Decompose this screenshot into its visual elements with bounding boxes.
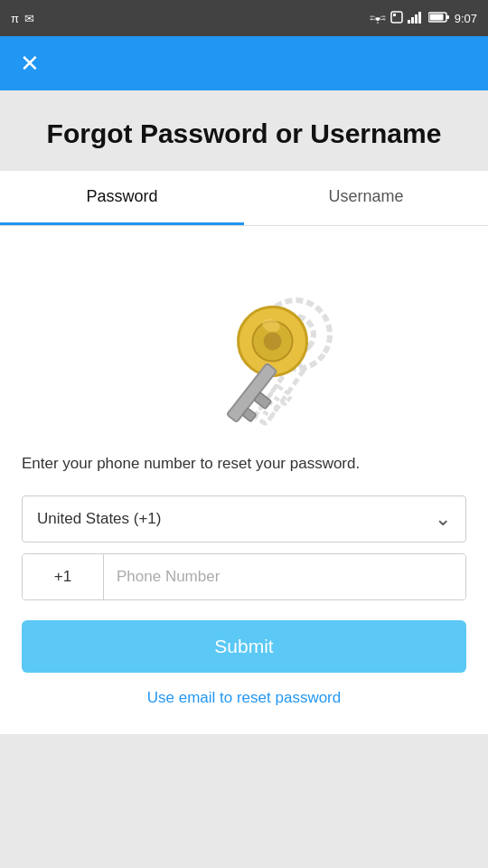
bottom-area: [0, 734, 488, 869]
submit-button[interactable]: Submit: [22, 620, 466, 673]
svg-rect-2: [408, 20, 410, 24]
sim-icon: [390, 11, 403, 26]
description-text: Enter your phone number to reset your pa…: [22, 452, 466, 476]
svg-rect-7: [446, 15, 449, 19]
country-code-display: +1: [23, 554, 104, 599]
svg-rect-8: [429, 14, 443, 20]
signal-bars: [408, 11, 424, 26]
status-bar: π ✉: [0, 0, 488, 36]
wifi-icon: [370, 11, 386, 26]
svg-rect-1: [393, 14, 396, 16]
main-content: Enter your phone number to reset your pa…: [0, 226, 488, 734]
page-title: Forgot Password or Username: [18, 116, 470, 151]
time: 9:07: [455, 12, 477, 25]
chevron-down-icon: ⌄: [435, 507, 451, 531]
svg-rect-4: [415, 14, 418, 24]
phone-input-row: +1: [22, 553, 466, 600]
mail-icon: ✉: [24, 12, 34, 25]
status-bar-left: π ✉: [11, 12, 34, 25]
phone-number-input[interactable]: [104, 554, 465, 599]
email-reset-link[interactable]: Use email to reset password: [22, 689, 466, 707]
key-illustration: [22, 226, 466, 452]
svg-rect-3: [411, 17, 414, 24]
svg-rect-0: [391, 12, 402, 23]
country-label: United States (+1): [37, 510, 162, 528]
status-bar-right: 9:07: [370, 11, 477, 26]
close-button[interactable]: ✕: [16, 48, 43, 79]
svg-rect-5: [418, 12, 421, 24]
tab-password[interactable]: Password: [0, 171, 244, 225]
top-bar: ✕: [0, 36, 488, 90]
battery-icon: [428, 11, 450, 26]
header: Forgot Password or Username: [0, 90, 488, 171]
notification-icon: π: [11, 12, 19, 25]
tabs-container: Password Username: [0, 171, 488, 226]
country-dropdown[interactable]: United States (+1) ⌄: [22, 495, 466, 542]
tab-username[interactable]: Username: [244, 171, 488, 225]
